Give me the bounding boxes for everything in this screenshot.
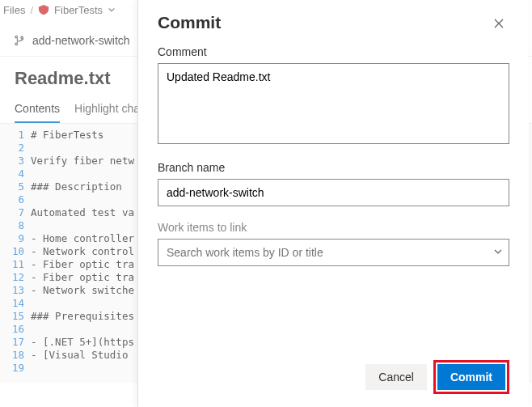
comment-input[interactable]	[158, 63, 509, 144]
cancel-button[interactable]: Cancel	[365, 364, 427, 390]
close-icon	[493, 18, 505, 29]
work-items-label: Work items to link	[158, 221, 509, 234]
branch-name-label: Branch name	[158, 161, 509, 174]
commit-dialog: Commit Comment Branch name Work items to…	[137, 0, 529, 407]
close-button[interactable]	[488, 13, 509, 34]
comment-label: Comment	[158, 45, 509, 58]
commit-button[interactable]: Commit	[437, 364, 505, 390]
commit-button-highlight: Commit	[433, 360, 509, 394]
work-items-input[interactable]	[158, 239, 509, 266]
dialog-title: Commit	[158, 13, 221, 32]
branch-name-input[interactable]	[158, 179, 509, 206]
